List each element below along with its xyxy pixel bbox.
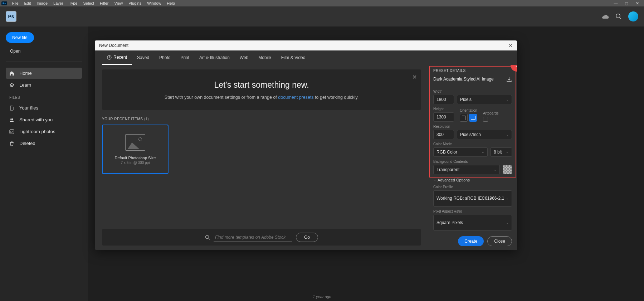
home-icon bbox=[9, 71, 16, 76]
colormode-select[interactable]: RGB Color⌄ bbox=[433, 147, 488, 157]
sidebar-item-shared[interactable]: Shared with you bbox=[6, 114, 82, 125]
advanced-options-toggle[interactable]: ⌄ Advanced Options bbox=[433, 178, 512, 182]
new-file-button[interactable]: New file bbox=[6, 32, 34, 43]
sidebar-item-label: Home bbox=[19, 71, 32, 76]
create-button[interactable]: Create bbox=[458, 236, 484, 246]
sidebar-item-label: Learn bbox=[19, 82, 31, 88]
tab-film[interactable]: Film & Video bbox=[276, 50, 311, 65]
colorprofile-select[interactable]: Working RGB: sRGB IEC61966-2.1⌄ bbox=[433, 190, 512, 207]
tab-saved[interactable]: Saved bbox=[132, 50, 154, 65]
banner: ✕ Let's start something new. Start with … bbox=[102, 69, 421, 110]
menu-window[interactable]: Window bbox=[144, 0, 164, 6]
tab-web[interactable]: Web bbox=[235, 50, 253, 65]
resolution-unit-select[interactable]: Pixels/Inch⌄ bbox=[457, 130, 512, 139]
tab-print[interactable]: Print bbox=[175, 50, 194, 65]
tab-photo[interactable]: Photo bbox=[154, 50, 175, 65]
colormode-label: Color Mode bbox=[433, 142, 512, 146]
sidebar-item-home[interactable]: Home bbox=[6, 68, 82, 79]
menu-help[interactable]: Help bbox=[164, 0, 178, 6]
learn-icon bbox=[9, 83, 16, 88]
card-title: Default Photoshop Size bbox=[115, 156, 156, 160]
image-placeholder-icon bbox=[125, 134, 145, 151]
recent-item-card[interactable]: Default Photoshop Size 7 x 5 in @ 300 pp… bbox=[102, 125, 169, 174]
height-label: Height bbox=[433, 107, 454, 111]
menu-filter[interactable]: Filter bbox=[97, 0, 111, 6]
close-icon[interactable]: ✕ bbox=[508, 43, 513, 48]
svg-point-2 bbox=[10, 118, 12, 120]
width-unit-select[interactable]: Pixels⌄ bbox=[457, 95, 512, 104]
svg-point-3 bbox=[12, 118, 13, 120]
banner-close-icon[interactable]: ✕ bbox=[412, 74, 417, 81]
chevron-down-icon: ⌄ bbox=[506, 221, 509, 224]
sidebar-item-label: Deleted bbox=[19, 141, 35, 146]
sidebar: New file Open Home Learn FILES Your file… bbox=[0, 26, 88, 301]
save-preset-icon[interactable] bbox=[506, 77, 512, 82]
sidebar-item-label: Lightroom photos bbox=[19, 129, 55, 134]
trash-icon bbox=[9, 141, 16, 146]
document-presets-link[interactable]: document presets bbox=[278, 95, 313, 100]
tab-art[interactable]: Art & Illustration bbox=[194, 50, 235, 65]
search-icon bbox=[205, 235, 210, 240]
svg-line-1 bbox=[620, 18, 621, 19]
go-button[interactable]: Go bbox=[296, 233, 318, 242]
file-icon bbox=[9, 106, 16, 111]
resolution-input[interactable] bbox=[433, 130, 454, 139]
left-panel: ✕ Let's start something new. Start with … bbox=[95, 65, 428, 250]
sidebar-item-learn[interactable]: Learn bbox=[6, 79, 82, 91]
height-input[interactable] bbox=[433, 112, 454, 122]
stock-search-input[interactable] bbox=[214, 233, 292, 242]
sidebar-item-deleted[interactable]: Deleted bbox=[6, 138, 82, 149]
search-icon[interactable] bbox=[615, 13, 622, 20]
cloud-icon[interactable] bbox=[602, 14, 609, 19]
avatar[interactable] bbox=[628, 11, 638, 21]
stock-search: Go bbox=[102, 229, 421, 246]
menu-image[interactable]: Image bbox=[34, 0, 51, 6]
background-select[interactable]: Transparent⌄ bbox=[433, 165, 500, 174]
chevron-down-icon: ⌄ bbox=[506, 150, 509, 154]
orientation-portrait-button[interactable] bbox=[460, 114, 468, 122]
app-header: Ps bbox=[0, 6, 644, 26]
preset-name-input[interactable] bbox=[433, 76, 504, 83]
menu-edit[interactable]: Edit bbox=[21, 0, 34, 6]
ps-logo-icon: Ps bbox=[6, 11, 16, 22]
open-button[interactable]: Open bbox=[6, 47, 25, 56]
window-minimize-icon[interactable]: — bbox=[610, 1, 621, 5]
artboards-checkbox[interactable] bbox=[483, 117, 488, 122]
svg-text:Lr: Lr bbox=[10, 131, 13, 133]
width-input[interactable] bbox=[433, 95, 454, 104]
background-color-swatch[interactable] bbox=[503, 165, 512, 174]
dialog-titlebar: New Document ✕ bbox=[95, 40, 517, 50]
preset-heading: PRESET DETAILS bbox=[433, 69, 512, 73]
new-document-dialog: New Document ✕ Recent Saved Photo Print … bbox=[95, 40, 517, 250]
svg-line-8 bbox=[209, 238, 210, 239]
artboards-label: Artboards bbox=[483, 111, 498, 115]
timestamp: 1 year ago bbox=[313, 295, 331, 299]
sidebar-item-your-files[interactable]: Your files bbox=[6, 102, 82, 113]
window-close-icon[interactable]: ✕ bbox=[632, 1, 643, 6]
card-subtitle: 7 x 5 in @ 300 ppi bbox=[121, 161, 150, 165]
clock-icon bbox=[107, 55, 112, 60]
menu-plugins[interactable]: Plugins bbox=[126, 0, 144, 6]
menu-select[interactable]: Select bbox=[80, 0, 97, 6]
ps-badge-icon: Ps bbox=[1, 1, 7, 5]
orientation-landscape-button[interactable] bbox=[469, 114, 477, 122]
chevron-down-icon: ⌄ bbox=[482, 150, 484, 154]
resolution-label: Resolution bbox=[433, 125, 512, 128]
chevron-down-icon: ⌄ bbox=[506, 133, 509, 136]
bitdepth-select[interactable]: 8 bit⌄ bbox=[491, 147, 512, 157]
files-heading: FILES bbox=[9, 96, 82, 99]
menu-layer[interactable]: Layer bbox=[50, 0, 66, 6]
close-button[interactable]: Close bbox=[487, 236, 512, 246]
tab-recent[interactable]: Recent bbox=[102, 50, 132, 65]
menu-file[interactable]: File bbox=[9, 0, 21, 6]
dialog-title: New Document bbox=[99, 43, 128, 48]
sidebar-item-label: Your files bbox=[19, 105, 38, 111]
menu-type[interactable]: Type bbox=[66, 0, 80, 6]
par-select[interactable]: Square Pixels⌄ bbox=[433, 215, 512, 231]
tabs: Recent Saved Photo Print Art & Illustrat… bbox=[95, 50, 517, 65]
window-maximize-icon[interactable]: ▢ bbox=[621, 1, 632, 6]
chevron-down-icon: ⌄ bbox=[506, 98, 509, 101]
menu-view[interactable]: View bbox=[112, 0, 126, 6]
tab-mobile[interactable]: Mobile bbox=[253, 50, 276, 65]
sidebar-item-lightroom[interactable]: Lr Lightroom photos bbox=[6, 126, 82, 137]
